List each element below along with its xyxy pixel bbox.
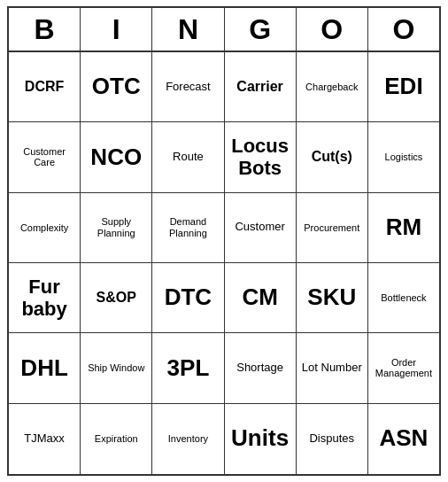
- header-row: BINGOO: [9, 8, 439, 52]
- grid-cell-3-2: DTC: [152, 263, 224, 333]
- grid-cell-4-4: Lot Number: [297, 333, 368, 403]
- grid-cell-1-4: Cut(s): [297, 122, 368, 192]
- grid-cell-2-5: RM: [368, 193, 439, 263]
- grid-cell-0-2: Forecast: [152, 52, 224, 122]
- grid-cell-3-4: SKU: [297, 263, 368, 333]
- grid-cell-0-4: Chargeback: [297, 52, 368, 122]
- grid-cell-4-5: Order Management: [368, 333, 439, 403]
- grid-cell-5-3: Units: [225, 404, 297, 474]
- header-cell-O: O: [368, 8, 439, 52]
- grid-cell-4-0: DHL: [9, 333, 81, 403]
- header-cell-O: O: [297, 8, 368, 52]
- grid-cell-2-2: Demand Planning: [152, 193, 224, 263]
- grid-cell-2-3: Customer: [225, 193, 297, 263]
- grid-cell-0-5: EDI: [368, 52, 439, 122]
- grid-row-3: Fur babyS&OPDTCCMSKUBottleneck: [9, 263, 439, 333]
- grid-cell-0-1: OTC: [81, 52, 152, 122]
- grid-row-4: DHLShip Window3PLShortageLot NumberOrder…: [9, 333, 439, 403]
- grid-row-2: ComplexitySupply PlanningDemand Planning…: [9, 193, 439, 263]
- grid-cell-4-1: Ship Window: [81, 333, 152, 403]
- grid-row-1: Customer CareNCORouteLocus BotsCut(s)Log…: [9, 122, 439, 192]
- grid-row-5: TJMaxxExpirationInventoryUnitsDisputesAS…: [9, 404, 439, 474]
- grid-cell-1-1: NCO: [81, 122, 152, 192]
- grid-cell-5-4: Disputes: [297, 404, 368, 474]
- grid-body: DCRFOTCForecastCarrierChargebackEDICusto…: [9, 52, 439, 474]
- grid-cell-2-1: Supply Planning: [81, 193, 152, 263]
- grid-cell-1-0: Customer Care: [9, 122, 81, 192]
- header-cell-N: N: [152, 8, 224, 52]
- grid-row-0: DCRFOTCForecastCarrierChargebackEDI: [9, 52, 439, 122]
- grid-cell-5-2: Inventory: [152, 404, 224, 474]
- grid-cell-0-3: Carrier: [225, 52, 297, 122]
- grid-cell-5-1: Expiration: [81, 404, 152, 474]
- header-cell-G: G: [225, 8, 297, 52]
- grid-cell-4-3: Shortage: [225, 333, 297, 403]
- header-cell-I: I: [81, 8, 152, 52]
- grid-cell-4-2: 3PL: [152, 333, 224, 403]
- grid-cell-1-5: Logistics: [368, 122, 439, 192]
- grid-cell-0-0: DCRF: [9, 52, 81, 122]
- grid-cell-5-5: ASN: [368, 404, 439, 474]
- grid-cell-5-0: TJMaxx: [9, 404, 81, 474]
- grid-cell-1-3: Locus Bots: [225, 122, 297, 192]
- grid-cell-3-0: Fur baby: [9, 263, 81, 333]
- bingo-card: BINGOO DCRFOTCForecastCarrierChargebackE…: [7, 6, 441, 476]
- grid-cell-3-5: Bottleneck: [368, 263, 439, 333]
- grid-cell-2-0: Complexity: [9, 193, 81, 263]
- grid-cell-1-2: Route: [152, 122, 224, 192]
- grid-cell-3-3: CM: [225, 263, 297, 333]
- header-cell-B: B: [9, 8, 81, 52]
- grid-cell-3-1: S&OP: [81, 263, 152, 333]
- grid-cell-2-4: Procurement: [297, 193, 368, 263]
